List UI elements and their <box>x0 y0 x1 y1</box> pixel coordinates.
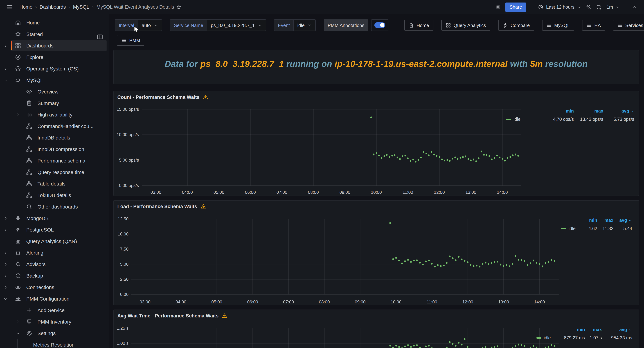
sidebar-item-home[interactable]: Home <box>11 17 106 28</box>
warning-icon[interactable] <box>222 313 228 319</box>
chevron-right-icon[interactable] <box>15 112 20 117</box>
svg-text:15.00 ops/s: 15.00 ops/s <box>117 107 139 112</box>
sidebar-item-innodb-compression[interactable]: InnoDB compression <box>11 144 106 155</box>
sidebar-item-innodb-details[interactable]: InnoDB details <box>11 132 106 144</box>
sidebar-item-explore[interactable]: Explore <box>11 51 106 63</box>
refresh-icon[interactable] <box>594 2 604 12</box>
svg-text:04:00: 04:00 <box>182 190 193 195</box>
legend-value-avg: 5.44 <box>614 226 632 231</box>
legend-series-idle[interactable]: idle <box>504 117 520 122</box>
chevron-right-icon[interactable] <box>3 43 8 48</box>
breadcrumb-item[interactable]: Dashboards <box>40 4 66 10</box>
sidebar-item-pmm-configuration[interactable]: PMM Configuration <box>11 293 106 305</box>
collapse-topbar-icon[interactable] <box>630 2 639 12</box>
data-point <box>434 154 435 155</box>
legend-sort-max[interactable]: max <box>597 218 614 223</box>
collapse-topbar-caret-icon[interactable] <box>632 4 637 10</box>
chevron-right-icon[interactable] <box>3 227 8 232</box>
advisor-icon <box>15 261 21 267</box>
percona-icon <box>15 296 21 302</box>
warning-icon[interactable] <box>203 94 208 100</box>
sidebar-item-high-availability[interactable]: High availability <box>11 109 106 120</box>
chevron-right-icon[interactable] <box>3 273 8 278</box>
sidebar-item-advisors[interactable]: Advisors <box>11 258 106 270</box>
legend-series-idle[interactable]: idle <box>558 226 576 231</box>
menu-toggle-icon[interactable] <box>5 2 14 12</box>
pmm-annotations-toggle[interactable] <box>371 19 388 31</box>
toolbar-link-mysql[interactable]: MySQL <box>542 20 574 30</box>
hamburger-menu-icon[interactable] <box>6 3 13 10</box>
sidebar-item-operating-system-os[interactable]: Operating System (OS) <box>11 63 106 74</box>
data-point <box>473 159 474 160</box>
toolbar-link-compare[interactable]: Compare <box>498 20 534 30</box>
sidebar-item-metrics-resolution[interactable]: Metrics Resolution <box>11 339 106 348</box>
pmm-annotations-label: PMM Annotations <box>324 19 368 31</box>
toolbar-link-services[interactable]: Services <box>613 20 644 30</box>
legend-sort-max[interactable]: max <box>585 327 602 332</box>
sidebar-item-pmm-inventory[interactable]: PMM Inventory <box>11 316 106 328</box>
sidebar-item-dashboards[interactable]: Dashboards <box>11 40 106 51</box>
sidebar-item-mysql[interactable]: MySQL <box>11 74 106 86</box>
sidebar-item-starred[interactable]: Starred <box>11 28 106 40</box>
sidebar-item-query-analytics-qan[interactable]: Query Analytics (QAN) <box>11 235 106 247</box>
breadcrumb-item[interactable]: MySQL <box>73 4 89 10</box>
chevron-right-icon[interactable] <box>3 66 8 71</box>
dashboard-settings-gear-icon[interactable] <box>495 4 501 10</box>
sidebar-item-connections[interactable]: Connections <box>11 282 106 293</box>
zoom-out-time-icon[interactable] <box>586 4 592 10</box>
sidebar-item-postgresql[interactable]: PostgreSQL <box>11 224 106 235</box>
zoom-out-icon[interactable] <box>584 2 594 12</box>
legend-sort-avg[interactable]: avg <box>603 109 634 114</box>
chevron-right-icon[interactable] <box>3 262 8 267</box>
sidebar-item-table-details[interactable]: Table details <box>11 178 106 189</box>
time-range-picker[interactable]: Last 12 hours <box>536 2 584 12</box>
chevron-right-icon[interactable] <box>3 216 8 221</box>
sidebar-item-settings[interactable]: Settings <box>11 328 106 339</box>
sidebar-item-tokudb-details[interactable]: TokuDB details <box>11 189 106 201</box>
chevron-down-icon[interactable] <box>3 78 8 83</box>
legend-sort-min[interactable]: min <box>576 218 597 223</box>
dashboard-settings-icon[interactable] <box>493 2 503 12</box>
legend-sort-max[interactable]: max <box>574 109 603 114</box>
chevron-down-icon[interactable] <box>3 296 8 301</box>
sidebar-item-backup[interactable]: Backup <box>11 270 106 282</box>
filter-value-dropdown[interactable]: idle <box>294 19 316 31</box>
share-button[interactable]: Share <box>506 2 526 12</box>
legend-sort-avg[interactable]: avg <box>602 327 632 332</box>
chart-plot-area[interactable]: 12.5010.007.505.002.500.0003:0004:0005:0… <box>114 201 638 305</box>
panel-title: Count - Performance Schema Waits <box>117 94 200 100</box>
refresh-dashboard-icon[interactable] <box>596 4 602 10</box>
chevron-right-icon[interactable] <box>3 250 8 255</box>
legend-sort-min[interactable]: min <box>551 327 585 332</box>
sidebar-item-add-service[interactable]: Add Service <box>11 305 106 316</box>
breadcrumb-item[interactable]: Home <box>20 4 32 10</box>
sidebar-item-alerting[interactable]: Alerting <box>11 247 106 258</box>
filter-value-dropdown[interactable]: auto <box>138 19 162 31</box>
filter-value-dropdown[interactable]: ps_8.0_3.19.228.7_1 <box>207 19 266 31</box>
sidebar-item-command-handler-cou[interactable]: Command/Handler cou... <box>11 120 106 132</box>
sidebar-item-performance-schema[interactable]: Performance schema <box>11 155 106 167</box>
sidebar-item-query-response-time[interactable]: Query response time <box>11 167 106 178</box>
toolbar-link-home[interactable]: Home <box>404 20 433 30</box>
legend-sort-avg[interactable]: avg <box>614 218 632 223</box>
toolbar-link-pmm[interactable]: PMM <box>117 35 144 46</box>
chevron-down-icon[interactable] <box>15 331 20 336</box>
sidebar-item-other-dashboards[interactable]: Other dashboards <box>11 201 106 212</box>
refresh-interval-picker[interactable]: 1m <box>604 2 622 12</box>
warning-icon[interactable] <box>200 203 206 209</box>
panel-title: Avg Wait Time - Performance Schema Waits <box>117 313 218 318</box>
star-dashboard-icon[interactable] <box>174 2 184 12</box>
chevron-right-icon[interactable] <box>15 319 20 324</box>
star-dashboard-icon[interactable] <box>176 4 182 10</box>
sidebar-item-summary[interactable]: Summary <box>11 97 106 109</box>
legend-series-idle[interactable]: idle <box>533 336 551 341</box>
chevron-right-icon[interactable] <box>3 285 8 290</box>
sidebar-item-mongodb[interactable]: MongoDB <box>11 212 106 224</box>
legend-sort-min[interactable]: min <box>520 109 574 114</box>
toolbar-link-query-analytics[interactable]: Query Analytics <box>441 20 490 30</box>
toolbar-link-ha[interactable]: HA <box>582 20 605 30</box>
sitemap-icon <box>26 146 32 153</box>
sidebar-item-overview[interactable]: Overview <box>11 86 106 97</box>
data-point <box>461 344 462 346</box>
chart-plot-area[interactable]: 15.00 ops/s10.00 ops/s5.00 ops/s0.00 ops… <box>114 91 638 195</box>
